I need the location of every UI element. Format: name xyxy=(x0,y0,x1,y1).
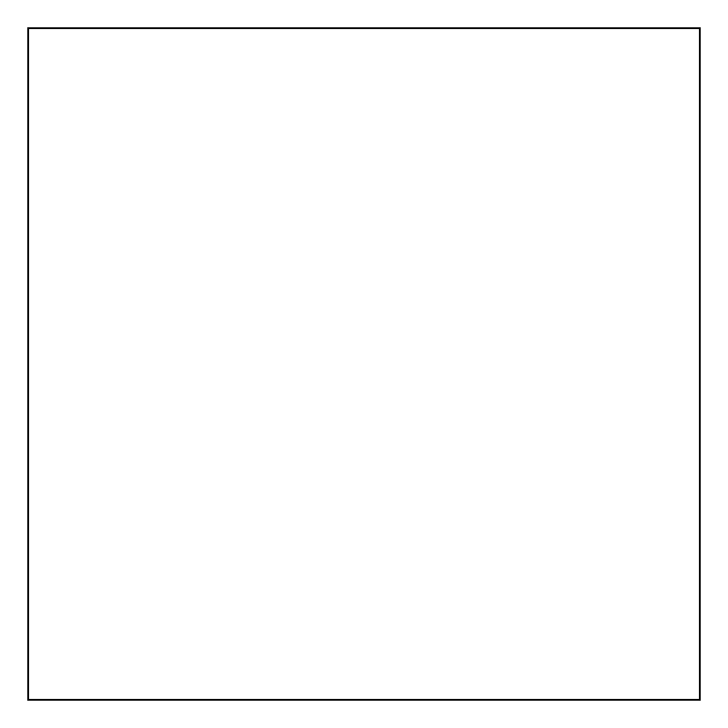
chart-container xyxy=(0,0,728,728)
curve-line xyxy=(29,29,699,699)
plot-area xyxy=(27,27,701,701)
